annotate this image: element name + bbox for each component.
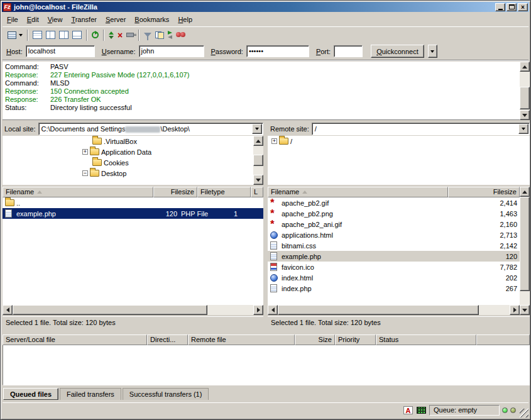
tab-queued-files[interactable]: Queued files xyxy=(3,388,58,400)
tree-item[interactable]: Cookies xyxy=(3,157,263,168)
scroll-up-button[interactable] xyxy=(520,62,530,72)
scroll-down-button[interactable] xyxy=(520,110,530,120)
image-file-icon: * xyxy=(270,221,275,228)
speedlimit-indicator[interactable] xyxy=(416,406,427,415)
remote-status-text: Selected 1 file. Total size: 120 bytes xyxy=(268,316,530,328)
column-header-size[interactable]: Size xyxy=(295,334,335,345)
find-files-button[interactable] xyxy=(174,28,187,42)
scrollbar-thumb[interactable] xyxy=(520,87,530,109)
remote-vscrollbar[interactable] xyxy=(520,187,530,315)
disconnect-button[interactable] xyxy=(124,28,136,42)
combo-dropdown-button[interactable] xyxy=(518,124,528,134)
file-row-selected[interactable]: example.php 120 PHP File 1 xyxy=(3,208,263,219)
queue-icon xyxy=(72,31,82,39)
tree-item[interactable]: +Application Data xyxy=(3,146,263,157)
file-row[interactable]: index.php267 xyxy=(268,283,520,294)
scroll-up-button[interactable] xyxy=(253,136,263,146)
toggle-queue-button[interactable] xyxy=(70,28,84,42)
file-row-selected[interactable]: example.php120 xyxy=(268,251,520,262)
column-header-filename[interactable]: Filename xyxy=(3,187,153,197)
menu-server[interactable]: Server xyxy=(101,14,130,25)
file-row[interactable]: *apache_pb2.gif2,414 xyxy=(268,197,520,208)
combo-dropdown-button[interactable] xyxy=(252,124,262,134)
column-header-priority[interactable]: Priority xyxy=(335,334,376,345)
menu-help[interactable]: Help xyxy=(173,14,197,25)
host-input[interactable]: localhost xyxy=(26,45,95,57)
local-directory-tree: .VirtualBox +Application Data Cookies −D… xyxy=(3,136,263,185)
username-input[interactable]: john xyxy=(139,45,204,57)
directory-comparison-button[interactable] xyxy=(153,28,166,42)
scrollbar-thumb[interactable] xyxy=(520,197,530,291)
remote-site-combobox[interactable]: / xyxy=(312,123,530,135)
synchronized-browsing-button[interactable] xyxy=(166,28,174,42)
port-input[interactable] xyxy=(334,45,363,57)
collapse-icon[interactable]: − xyxy=(82,170,88,176)
scrollbar-thumb[interactable] xyxy=(253,155,263,166)
file-row[interactable]: *apache_pb2_ani.gif2,160 xyxy=(268,219,520,229)
refresh-button[interactable] xyxy=(90,28,101,42)
username-label: Username: xyxy=(102,48,136,55)
transfer-queue-list[interactable] xyxy=(3,345,530,385)
minimize-button[interactable] xyxy=(495,3,505,11)
remote-hscrollbar[interactable] xyxy=(268,305,520,315)
scroll-left-button[interactable] xyxy=(3,305,13,315)
tab-failed-transfers[interactable]: Failed transfers xyxy=(60,388,121,400)
scroll-left-button[interactable] xyxy=(268,305,278,315)
menu-edit[interactable]: Edit xyxy=(23,14,43,25)
menu-file[interactable]: File xyxy=(3,14,23,25)
file-row[interactable]: bitnami.css2,142 xyxy=(268,240,520,251)
column-header-filesize[interactable]: Filesize xyxy=(153,187,197,197)
column-header-filetype[interactable]: Filetype xyxy=(197,187,251,197)
process-queue-button[interactable] xyxy=(107,28,116,42)
local-site-combobox[interactable]: C:\Documents and Settings\Desktop\ xyxy=(38,123,263,135)
site-manager-button[interactable] xyxy=(6,28,25,42)
title-bar[interactable]: Fz john@localhost - FileZilla × xyxy=(2,2,529,12)
queue-header: Server/Local file Directi... Remote file… xyxy=(3,334,530,345)
tree-item[interactable]: +/ xyxy=(268,136,530,146)
tree-item[interactable]: .VirtualBox xyxy=(3,136,263,146)
column-header-server-local-file[interactable]: Server/Local file xyxy=(3,334,147,345)
file-row[interactable]: index.html202 xyxy=(268,272,520,283)
menu-view[interactable]: View xyxy=(43,14,67,25)
scrollbar-thumb[interactable] xyxy=(278,305,479,315)
tab-successful-transfers[interactable]: Successful transfers (1) xyxy=(123,388,209,400)
password-input[interactable]: •••••• xyxy=(246,45,309,57)
expand-icon[interactable]: + xyxy=(82,149,88,155)
cancel-transfer-button[interactable]: × xyxy=(116,28,124,42)
column-header-lastmodified[interactable]: L xyxy=(251,187,263,197)
scroll-right-button[interactable] xyxy=(253,305,263,315)
toggle-message-log-button[interactable] xyxy=(31,28,44,42)
scrollbar-thumb[interactable] xyxy=(13,305,207,315)
filter-button[interactable] xyxy=(142,28,153,42)
file-row[interactable]: favicon.ico7,782 xyxy=(268,262,520,272)
column-header-remote-file[interactable]: Remote file xyxy=(188,334,295,345)
file-row[interactable]: applications.html2,713 xyxy=(268,229,520,240)
toggle-remote-tree-button[interactable] xyxy=(57,28,70,42)
quickconnect-dropdown-button[interactable] xyxy=(428,45,437,58)
log-scrollbar[interactable] xyxy=(520,62,530,120)
scroll-down-button[interactable] xyxy=(520,305,530,315)
local-hscrollbar[interactable] xyxy=(3,305,263,315)
expand-icon[interactable]: + xyxy=(271,138,277,144)
file-row[interactable]: *apache_pb2.png1,463 xyxy=(268,208,520,219)
directory-comparison-icon xyxy=(155,31,164,39)
maximize-button[interactable] xyxy=(506,3,517,11)
scroll-down-button[interactable] xyxy=(253,175,263,185)
column-header-direction[interactable]: Directi... xyxy=(147,334,188,345)
menu-transfer[interactable]: Transfer xyxy=(67,14,101,25)
column-header-filesize[interactable]: Filesize xyxy=(448,187,520,197)
chevron-down-icon[interactable] xyxy=(19,34,23,36)
close-button[interactable]: × xyxy=(518,3,528,11)
file-row[interactable]: .. xyxy=(3,197,263,208)
resize-grip[interactable] xyxy=(520,409,528,417)
toggle-local-tree-button[interactable] xyxy=(44,28,57,42)
quickconnect-button[interactable]: Quickconnect xyxy=(371,45,424,58)
local-tree-scrollbar[interactable] xyxy=(253,136,263,185)
scroll-right-button[interactable] xyxy=(510,305,520,315)
column-header-filename[interactable]: Filename xyxy=(268,187,448,197)
transfer-type-indicator[interactable]: A xyxy=(403,406,413,415)
menu-bookmarks[interactable]: Bookmarks xyxy=(130,14,173,25)
scroll-up-button[interactable] xyxy=(520,187,530,197)
tree-item[interactable]: −Desktop xyxy=(3,168,263,179)
column-header-status[interactable]: Status xyxy=(376,334,476,345)
